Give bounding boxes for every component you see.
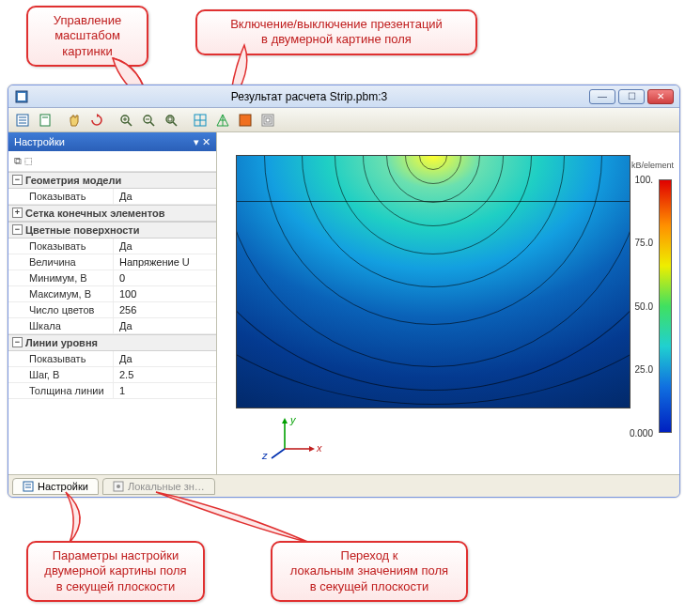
refresh-icon: [89, 113, 104, 128]
app-icon: [14, 89, 29, 104]
svg-line-16: [173, 122, 177, 126]
callout-settings2d-text: Параметры настройки двумерной картины по…: [44, 548, 186, 593]
tool-pan[interactable]: [64, 110, 85, 131]
group-colorsurf[interactable]: −Цветные поверхности: [8, 222, 216, 239]
tool-properties[interactable]: [12, 110, 33, 131]
cb-tick-75: 75.0: [635, 238, 653, 248]
svg-point-15: [166, 116, 174, 123]
prop-cs-qty[interactable]: ВеличинаНапряжение U: [8, 254, 216, 270]
field-plot[interactable]: [236, 155, 631, 408]
svg-rect-17: [168, 117, 172, 121]
cb-tick-100: 100.: [635, 175, 653, 185]
prop-geom-show[interactable]: ПоказыватьДа: [8, 189, 216, 205]
maximize-button[interactable]: ☐: [618, 89, 645, 104]
titlebar[interactable]: Результат расчета Strip.pbm:3 — ☐ ✕: [8, 85, 679, 108]
svg-rect-1: [18, 93, 25, 100]
window-title: Результат расчета Strip.pbm:3: [35, 90, 584, 103]
contour-icon: [260, 113, 275, 128]
prop-cs-show[interactable]: ПоказыватьДа: [8, 239, 216, 254]
svg-line-27: [272, 449, 285, 458]
prop-cs-min[interactable]: Минимум, В0: [8, 270, 216, 286]
callout-zoom-text: Управление масштабом картинки: [54, 13, 121, 58]
hand-icon: [67, 113, 82, 128]
cb-tick-25: 25.0: [635, 364, 653, 375]
panel-pin-close[interactable]: ▾ ✕: [194, 136, 210, 148]
prop-ln-thick[interactable]: Толщина линии1: [8, 383, 216, 399]
svg-rect-28: [23, 482, 33, 491]
axis-y-label: y: [290, 414, 296, 425]
prop-ln-step[interactable]: Шаг, В2.5: [8, 367, 216, 383]
svg-rect-21: [240, 115, 251, 126]
tool-zoom-fit[interactable]: [161, 110, 181, 131]
result-window: Результат расчета Strip.pbm:3 — ☐ ✕ Наст…: [8, 85, 680, 498]
property-grid[interactable]: ⧉ ⬚ −Геометрия модели ПоказыватьДа +Сетк…: [8, 151, 216, 474]
propgrid-toolbar[interactable]: ⧉ ⬚: [8, 151, 216, 172]
svg-line-13: [150, 122, 154, 126]
grid-icon: [193, 113, 208, 128]
group-geometry[interactable]: −Геометрия модели: [8, 172, 216, 189]
callout-localvals: Переход к локальным значениям поля в сек…: [271, 541, 468, 602]
axis-z-label: z: [262, 450, 268, 461]
callout-settings2d-tail: [56, 488, 113, 545]
tool-doc[interactable]: [35, 110, 55, 131]
callout-localvals-text: Переход к локальным значениям поля в сек…: [290, 548, 448, 593]
panel-header[interactable]: Настройки ▾ ✕: [8, 132, 216, 151]
tool-contour[interactable]: [257, 110, 278, 131]
axis-x-label: x: [317, 442, 322, 454]
settings-tab-icon: [23, 481, 34, 492]
tool-color[interactable]: [235, 110, 256, 131]
local-tab-icon: [113, 481, 124, 492]
prop-cs-max[interactable]: Максимум, В100: [8, 286, 216, 302]
minimize-button[interactable]: —: [589, 89, 615, 104]
tool-zoom-in[interactable]: [116, 110, 136, 131]
group-mesh[interactable]: +Сетка конечных элементов: [8, 205, 216, 222]
settings-panel: Настройки ▾ ✕ ⧉ ⬚ −Геометрия модели Пока…: [8, 132, 217, 474]
axes-triad: y x z: [264, 416, 320, 465]
list-icon: [15, 113, 30, 128]
svg-point-32: [117, 485, 120, 488]
zoom-fit-icon: [163, 113, 179, 128]
colorbar: [659, 179, 672, 433]
tool-zoom-out[interactable]: [138, 110, 159, 131]
panel-title: Настройки: [14, 136, 65, 147]
prop-cs-ncol[interactable]: Число цветов256: [8, 302, 216, 318]
tool-refresh[interactable]: [86, 110, 107, 131]
toolbar: [8, 108, 679, 132]
callout-toggle2d-text: Включение/выключение презентаций в двуме…: [230, 17, 443, 46]
field-viewer[interactable]: y x z kB/element 100. 75.0 50.0 25.0 0.0…: [217, 132, 679, 474]
close-button[interactable]: ✕: [647, 89, 674, 104]
zoom-in-icon: [118, 113, 133, 128]
zoom-out-icon: [141, 113, 156, 128]
tool-grid[interactable]: [190, 110, 210, 131]
svg-rect-6: [40, 115, 50, 126]
tool-mesh[interactable]: [212, 110, 233, 131]
cb-tick-0: 0.000: [630, 428, 653, 439]
colormap-icon: [238, 113, 253, 128]
doc-icon: [38, 113, 53, 128]
svg-line-9: [128, 122, 132, 126]
prop-ln-show[interactable]: ПоказыватьДа: [8, 351, 216, 367]
mesh-icon: [215, 113, 230, 128]
colorbar-unit: kB/element: [631, 161, 674, 170]
prop-cs-scale[interactable]: ШкалаДа: [8, 318, 216, 334]
group-contours[interactable]: −Линии уровня: [8, 334, 216, 351]
cb-tick-50: 50.0: [635, 301, 653, 312]
